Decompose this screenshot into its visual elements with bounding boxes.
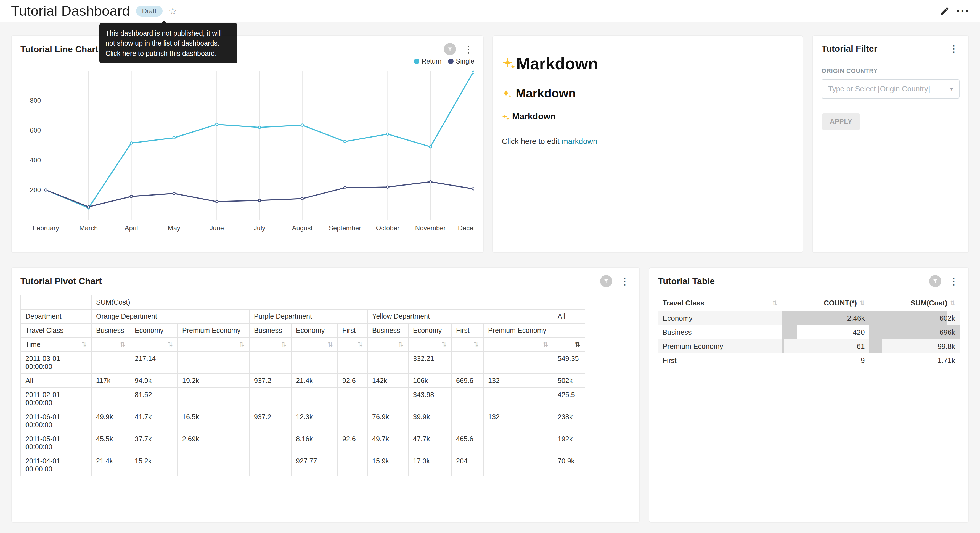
sort-toggle-icon[interactable]: ⇅ — [575, 340, 580, 348]
pivot-sub-dimension: Travel Class — [21, 323, 91, 337]
sort-toggle-icon[interactable]: ⇅ — [473, 340, 479, 348]
chart-kebab-icon[interactable]: ⋮ — [463, 44, 474, 55]
svg-text:November: November — [415, 224, 446, 232]
sort-toggle-icon[interactable]: ⇅ — [167, 340, 173, 348]
sort-toggle-icon[interactable]: ⇅ — [328, 340, 333, 348]
panel-line-chart: Tutorial Line Chart ⋮ ReturnSingle Febru… — [11, 35, 484, 253]
edit-dashboard-icon[interactable] — [940, 6, 950, 16]
pivot-row-label: 2011-02-01 00:00:00 — [21, 388, 91, 410]
pivot-title: Tutorial Pivot Chart — [21, 276, 102, 286]
filter-kebab-icon[interactable]: ⋮ — [948, 43, 959, 54]
draft-badge[interactable]: Draft — [136, 6, 162, 17]
pivot-cell: 70.9k — [553, 454, 585, 476]
sort-toggle-icon[interactable]: ⇅ — [441, 340, 447, 348]
cross-filter-icon[interactable] — [600, 275, 612, 287]
pivot-table-container: SUM(Cost)DepartmentOrange DepartmentPurp… — [21, 295, 630, 476]
count-cell: 61 — [782, 340, 869, 353]
pivot-cell: 41.7k — [130, 410, 178, 432]
markdown-heading-1: Markdown — [502, 54, 794, 73]
pivot-cell: 81.52 — [130, 388, 178, 410]
pivot-cell: 17.3k — [408, 454, 451, 476]
pivot-cell — [178, 454, 249, 476]
sort-toggle-icon[interactable]: ⇅ — [398, 340, 404, 348]
sort-toggle-icon[interactable]: ⇅ — [239, 340, 245, 348]
pivot-cell: 15.2k — [130, 454, 178, 476]
pivot-row: 2011-04-01 00:00:0021.4k15.2k927.7715.9k… — [21, 454, 585, 476]
legend-item[interactable]: Single — [448, 57, 474, 65]
sort-toggle-icon[interactable]: ⇅ — [81, 340, 87, 348]
panel-data-table: Tutorial Table ⋮ Travel Class⇅COUNT(*)⇅S… — [649, 267, 969, 522]
chart-kebab-icon[interactable]: ⋮ — [619, 276, 630, 287]
travel-class-cell: First — [658, 353, 782, 367]
table-row: Business420696k — [658, 326, 959, 340]
pivot-group-header: Yellow Department — [368, 309, 553, 323]
pivot-row: All117k94.9k19.2k937.221.4k92.6142k106k6… — [21, 373, 585, 388]
sort-toggle-icon[interactable]: ⇅ — [543, 340, 548, 348]
pivot-class-header — [553, 323, 585, 337]
pivot-corner-cell — [21, 295, 91, 309]
pivot-sort-cell: ⇅ — [249, 337, 291, 351]
pivot-row-label: 2011-06-01 00:00:00 — [21, 410, 91, 432]
sort-toggle-icon[interactable]: ⇅ — [120, 340, 125, 348]
unpublished-tooltip: This dashboard is not published, it will… — [99, 23, 237, 63]
dashboard-row-1: Tutorial Line Chart ⋮ ReturnSingle Febru… — [11, 35, 969, 253]
table-column-header[interactable]: COUNT(*)⇅ — [782, 295, 869, 311]
pivot-row: 2011-02-01 00:00:0081.52343.98425.5 — [21, 388, 585, 410]
count-cell: 2.46k — [782, 311, 869, 326]
pivot-cell — [178, 388, 249, 410]
pivot-sort-cell: ⇅ — [337, 337, 368, 351]
table-row: Economy2.46k602k — [658, 311, 959, 326]
pivot-cell: 142k — [368, 373, 408, 388]
sum-cell: 602k — [869, 311, 959, 326]
pivot-class-header: Premium Economy — [178, 323, 249, 337]
legend-item[interactable]: Return — [414, 57, 441, 65]
pivot-row-label: 2011-04-01 00:00:00 — [21, 454, 91, 476]
svg-text:August: August — [292, 224, 312, 232]
pivot-cell: 92.6 — [337, 373, 368, 388]
sort-toggle-icon[interactable]: ⇅ — [281, 340, 286, 348]
markdown-edit-link[interactable]: markdown — [562, 137, 597, 145]
pivot-cell: 937.2 — [249, 410, 291, 432]
cross-filter-icon[interactable] — [929, 275, 941, 287]
pivot-cell: 132 — [484, 410, 553, 432]
svg-text:800: 800 — [30, 97, 41, 104]
origin-country-select[interactable]: Type or Select [Origin Country] ▾ — [821, 79, 959, 99]
dashboard-grid: Tutorial Line Chart ⋮ ReturnSingle Febru… — [0, 22, 980, 522]
pivot-row-label: 2011-05-01 00:00:00 — [21, 432, 91, 454]
chart-kebab-icon[interactable]: ⋮ — [948, 276, 959, 287]
favorite-star-icon[interactable]: ☆ — [169, 6, 177, 17]
sum-cell: 696k — [869, 326, 959, 340]
pivot-cell: 106k — [408, 373, 451, 388]
table-column-header[interactable]: Travel Class⇅ — [658, 295, 782, 311]
pivot-cell — [178, 351, 249, 373]
pivot-cell — [484, 432, 553, 454]
pivot-cell: 47.7k — [408, 432, 451, 454]
pivot-cell: 21.4k — [91, 454, 130, 476]
pivot-cell: 927.77 — [291, 454, 337, 476]
table-column-header[interactable]: SUM(Cost)⇅ — [869, 295, 959, 311]
sum-cell: 99.8k — [869, 340, 959, 353]
apply-button[interactable]: APPLY — [821, 113, 861, 130]
pivot-cell: 12.3k — [291, 410, 337, 432]
pivot-class-header: Economy — [291, 323, 337, 337]
dashboard-page: { "header": { "title": "Tutorial Dashboa… — [0, 0, 980, 533]
sort-icon: ⇅ — [772, 300, 777, 307]
chevron-down-icon: ▾ — [950, 86, 953, 92]
more-actions-icon[interactable]: ⋯ — [956, 5, 969, 18]
cross-filter-icon[interactable] — [444, 43, 456, 55]
svg-text:200: 200 — [30, 186, 41, 193]
svg-text:June: June — [210, 224, 224, 232]
pivot-class-header: Premium Economy — [484, 323, 553, 337]
svg-text:February: February — [33, 224, 59, 232]
pivot-cell: 19.2k — [178, 373, 249, 388]
sort-icon: ⇅ — [860, 300, 865, 307]
pivot-cell — [484, 351, 553, 373]
sort-toggle-icon[interactable]: ⇅ — [357, 340, 363, 348]
pivot-sort-cell: ⇅ — [553, 337, 585, 351]
chart-legend: ReturnSingle — [21, 57, 474, 65]
sparkles-icon — [502, 89, 512, 99]
pivot-cell — [249, 432, 291, 454]
pivot-header: Tutorial Pivot Chart ⋮ — [21, 275, 630, 287]
pivot-cell: 37.7k — [130, 432, 178, 454]
table-title: Tutorial Table — [658, 276, 715, 286]
